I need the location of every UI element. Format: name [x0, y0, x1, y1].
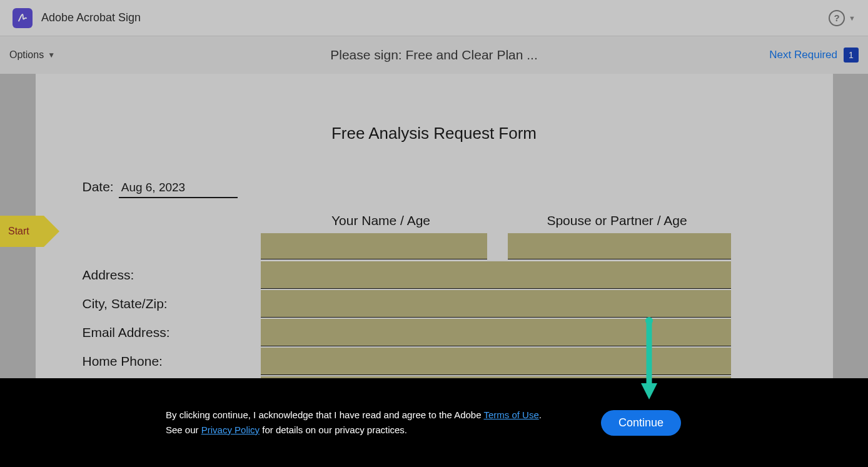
app-header: Adobe Acrobat Sign ? ▼	[0, 0, 868, 36]
form-title: Free Analysis Request Form	[36, 124, 833, 143]
options-menu[interactable]: Options ▼	[9, 49, 55, 61]
consent-bar: By clicking continue, I acknowledge that…	[0, 378, 868, 467]
required-count-badge: 1	[844, 48, 859, 63]
home-phone-row: Home Phone:	[83, 347, 833, 376]
email-row: Email Address:	[83, 318, 833, 347]
start-flag-label: Start	[8, 226, 29, 237]
date-row: Date: Aug 6, 2023	[36, 179, 833, 198]
document-toolbar: Options ▼ Please sign: Free and Clear Pl…	[0, 36, 868, 74]
next-required-label: Next Required	[769, 49, 837, 61]
continue-button[interactable]: Continue	[601, 410, 681, 436]
header-your-name: Your Name / Age	[261, 213, 502, 228]
city-field[interactable]	[261, 290, 731, 318]
help-icon[interactable]: ?	[829, 10, 845, 26]
options-label: Options	[9, 49, 44, 61]
address-row: Address:	[83, 261, 833, 289]
address-label: Address:	[83, 268, 261, 283]
home-phone-field[interactable]	[261, 348, 731, 375]
address-field[interactable]	[261, 261, 731, 289]
help-chevron-icon[interactable]: ▼	[849, 14, 855, 22]
column-headers: Your Name / Age Spouse or Partner / Age	[36, 213, 833, 228]
email-field[interactable]	[261, 319, 731, 346]
acrobat-sign-icon	[13, 8, 33, 28]
document-viewport: Free Analysis Request Form Date: Aug 6, …	[0, 74, 868, 378]
next-required-button[interactable]: Next Required 1	[769, 48, 859, 63]
chevron-down-icon: ▼	[48, 51, 55, 59]
app-title: Adobe Acrobat Sign	[41, 11, 829, 24]
city-row: City, State/Zip:	[83, 289, 833, 318]
email-label: Email Address:	[83, 325, 261, 340]
header-spouse: Spouse or Partner / Age	[502, 213, 733, 228]
consent-suffix: for details on our privacy practices.	[260, 424, 407, 435]
date-value: Aug 6, 2023	[119, 181, 238, 198]
consent-prefix: By clicking continue, I acknowledge that…	[166, 409, 483, 420]
spacer	[83, 233, 261, 259]
document-page: Free Analysis Request Form Date: Aug 6, …	[36, 74, 833, 378]
consent-text: By clicking continue, I acknowledge that…	[166, 408, 553, 438]
date-label: Date:	[83, 179, 114, 194]
terms-link[interactable]: Terms of Use	[483, 409, 538, 420]
spouse-name-field[interactable]	[508, 233, 731, 259]
field-gap	[487, 233, 508, 259]
document-title: Please sign: Free and Clear Plan ...	[330, 48, 538, 63]
privacy-link[interactable]: Privacy Policy	[201, 424, 260, 435]
name-row	[83, 233, 833, 259]
start-flag[interactable]: Start	[0, 216, 44, 247]
your-name-field[interactable]	[261, 233, 487, 259]
home-phone-label: Home Phone:	[83, 354, 261, 369]
city-label: City, State/Zip:	[83, 296, 261, 311]
form-fields: Address: City, State/Zip: Email Address:…	[36, 233, 833, 378]
